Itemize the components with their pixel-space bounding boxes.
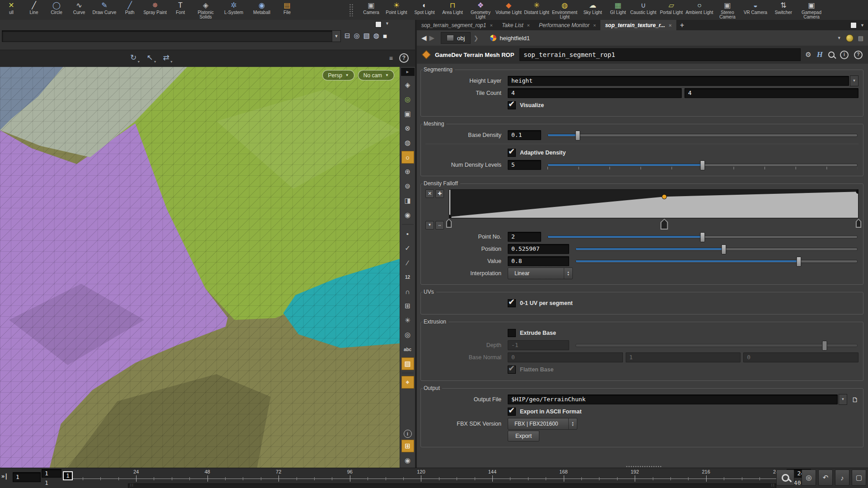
follow-selection-icon[interactable]: ◎ bbox=[354, 32, 360, 40]
back-arrow-icon[interactable]: ◀ bbox=[421, 34, 427, 42]
high-quality-lighting-icon[interactable]: ⊕ bbox=[401, 165, 414, 178]
shelf-tool-l-system[interactable]: ✲ L-System bbox=[220, 1, 248, 15]
path-history-arrow-icon[interactable]: ▼ bbox=[837, 36, 841, 40]
ramp-expand-icon[interactable]: ⇔ bbox=[435, 221, 444, 230]
camera-button[interactable]: No cam ▼ bbox=[358, 70, 394, 80]
ramp-graph[interactable] bbox=[449, 189, 859, 218]
origin-gnomon-icon[interactable]: ⌖ bbox=[401, 376, 414, 389]
visualize-checkbox[interactable] bbox=[508, 101, 516, 109]
add-light-icon[interactable]: ⊚ bbox=[401, 180, 414, 192]
search-icon[interactable] bbox=[828, 52, 835, 58]
shelf-tool-camera[interactable]: ▣ Camera bbox=[360, 1, 382, 15]
shelf-tool-vr-camera[interactable]: ◒ VR Camera bbox=[741, 1, 769, 15]
shelf-tool-null[interactable]: ✕ ull bbox=[0, 1, 23, 15]
camera-path-select[interactable]: ▼ bbox=[2, 30, 341, 42]
snapshot-icon[interactable]: ◎ bbox=[401, 93, 414, 106]
shelf-tool-point-light[interactable]: ☀ Point Light bbox=[382, 1, 410, 15]
auto-key-button[interactable] bbox=[776, 469, 794, 486]
uv-per-segment-checkbox[interactable] bbox=[508, 299, 516, 307]
position-slider[interactable] bbox=[575, 244, 859, 254]
curve-hulls-icon[interactable]: ∩ bbox=[401, 285, 414, 298]
ascii-format-checkbox[interactable] bbox=[508, 408, 516, 416]
tab-close-icon[interactable]: × bbox=[527, 23, 529, 28]
shelf-tool-platonic-solids[interactable]: ◈ Platonic Solids bbox=[192, 1, 220, 19]
point-normals-icon[interactable]: ∕ bbox=[401, 256, 414, 269]
tile-count-x-input[interactable]: 4 bbox=[508, 88, 682, 98]
points-display-icon[interactable]: • bbox=[401, 227, 414, 240]
shelf-tool-curve[interactable]: ∿ Curve bbox=[68, 1, 90, 15]
shelf-tool-file[interactable]: ▤ File bbox=[276, 1, 298, 15]
select-arrow-icon[interactable]: ↖▼ bbox=[146, 53, 153, 62]
playbar-options-button[interactable]: ▢ bbox=[852, 469, 866, 486]
export-button[interactable]: Export bbox=[508, 431, 539, 441]
breadcrumb-obj[interactable]: obj bbox=[441, 32, 471, 44]
pane-white-square-icon[interactable]: ■ bbox=[383, 32, 387, 40]
revert-button[interactable]: ↶ bbox=[818, 469, 833, 486]
projection-button[interactable]: Persp ▼ bbox=[322, 70, 354, 80]
shelf-tool-metaball[interactable]: ◉ Metaball bbox=[248, 1, 276, 15]
text-overlay-icon[interactable]: abc bbox=[401, 343, 414, 356]
forward-arrow-icon[interactable]: ▶ bbox=[429, 34, 435, 42]
bookmark-icon[interactable]: ▤ bbox=[858, 35, 863, 42]
tab-0[interactable]: sop_terrain_segment_rop1 × bbox=[417, 20, 497, 30]
shelf-tool-font[interactable]: T Font bbox=[169, 1, 192, 15]
current-frame-marker[interactable]: 1 bbox=[63, 471, 73, 480]
range-grip-right[interactable]: ∷ bbox=[771, 483, 774, 488]
gear-icon[interactable]: ⚙ bbox=[805, 51, 811, 59]
pane-menu-arrow-icon[interactable]: ▼ bbox=[385, 21, 389, 26]
output-file-menu-icon[interactable]: ▼ bbox=[839, 394, 847, 405]
ramp-collapse-icon[interactable]: ▼ bbox=[425, 221, 434, 230]
shelf-tool-stereo-camera[interactable]: ▣ Stereo Camera bbox=[713, 1, 741, 19]
help-icon[interactable]: ? bbox=[399, 53, 409, 63]
headlight-icon[interactable]: ◍ bbox=[401, 136, 414, 149]
output-file-input[interactable]: $HIP/geo/TerrainChunk bbox=[508, 394, 838, 404]
visibility-icon[interactable]: ◉ bbox=[401, 209, 414, 221]
pin-pane-icon[interactable]: ⊟ bbox=[344, 32, 350, 40]
shelf-tool-area-light[interactable]: ⊓ Area Light bbox=[439, 1, 467, 15]
linked-cube-icon[interactable]: ▧ bbox=[363, 32, 370, 40]
point-markers-icon[interactable]: ✓ bbox=[401, 242, 414, 254]
tab-close-icon[interactable]: × bbox=[669, 23, 671, 28]
prim-markers-icon[interactable]: ◎ bbox=[401, 328, 414, 341]
help-icon[interactable]: ? bbox=[854, 51, 863, 59]
height-layer-input[interactable]: height bbox=[508, 76, 849, 86]
pane-maximize-icon[interactable] bbox=[375, 21, 382, 28]
pane-menu-arrow-icon[interactable]: ▼ bbox=[860, 23, 864, 28]
range-grip-left[interactable]: ∷ bbox=[130, 483, 133, 488]
shelf-grip[interactable] bbox=[349, 4, 354, 16]
tab-close-icon[interactable]: × bbox=[593, 23, 596, 28]
node-name-input[interactable]: sop_terrain_segment_rop1 bbox=[519, 48, 801, 61]
num-density-levels-slider[interactable] bbox=[547, 160, 859, 170]
position-input[interactable]: 0.525907 bbox=[508, 244, 569, 254]
file-chooser-icon[interactable]: 🗋 bbox=[852, 396, 859, 404]
shelf-tool-caustic-light[interactable]: ∪ Caustic Light bbox=[629, 1, 657, 15]
pane-maximize-icon[interactable] bbox=[850, 22, 857, 28]
shelf-tool-draw-curve[interactable]: ✎ Draw Curve bbox=[90, 1, 118, 15]
pane-resize-grip[interactable] bbox=[626, 465, 662, 468]
shelf-tool-ambient-light[interactable]: ○ Ambient Light bbox=[685, 1, 713, 15]
info-icon[interactable]: i bbox=[840, 51, 849, 59]
display-options-icon[interactable]: ◈ bbox=[401, 79, 414, 91]
ramp-handle-3[interactable] bbox=[856, 219, 862, 228]
shelf-tool-spray-paint[interactable]: ✵ Spray Paint bbox=[141, 1, 169, 15]
new-tab-button[interactable]: + bbox=[676, 20, 688, 30]
tile-count-y-input[interactable]: 4 bbox=[684, 88, 859, 98]
keyframe-scope-button[interactable]: ◎ bbox=[802, 469, 816, 486]
adaptive-density-checkbox[interactable] bbox=[508, 149, 516, 157]
fbx-sdk-version-select[interactable]: FBX | FBX201600 ▲▼ bbox=[508, 418, 577, 430]
shelf-tool-circle[interactable]: ◯ Circle bbox=[45, 1, 68, 15]
panel-expand-icon[interactable]: ► bbox=[401, 68, 415, 76]
tab-3[interactable]: sop_terrain_texture_r... × bbox=[600, 20, 676, 30]
shelf-tool-gamepad-camera[interactable]: ▣ Gamepad Camera bbox=[797, 1, 826, 19]
tab-1[interactable]: Take List × bbox=[497, 20, 534, 30]
tab-2[interactable]: Performance Monitor × bbox=[534, 20, 600, 30]
shelf-tool-switcher[interactable]: ⇅ Switcher bbox=[769, 1, 797, 15]
transform-icon[interactable]: ⇄▼ bbox=[163, 53, 170, 62]
tab-close-icon[interactable]: × bbox=[490, 23, 492, 28]
background-image-icon[interactable]: ▨ bbox=[401, 357, 414, 370]
interpolation-select[interactable]: Linear ▲▼ bbox=[508, 267, 573, 279]
view-eye-icon[interactable]: ◉ bbox=[401, 454, 414, 467]
playback-range-slider[interactable]: ∷ ∷ bbox=[128, 483, 776, 488]
shelf-tool-sky-light[interactable]: ☁ Sky Light bbox=[579, 1, 607, 15]
material-shading-icon[interactable]: ◨ bbox=[401, 194, 414, 207]
